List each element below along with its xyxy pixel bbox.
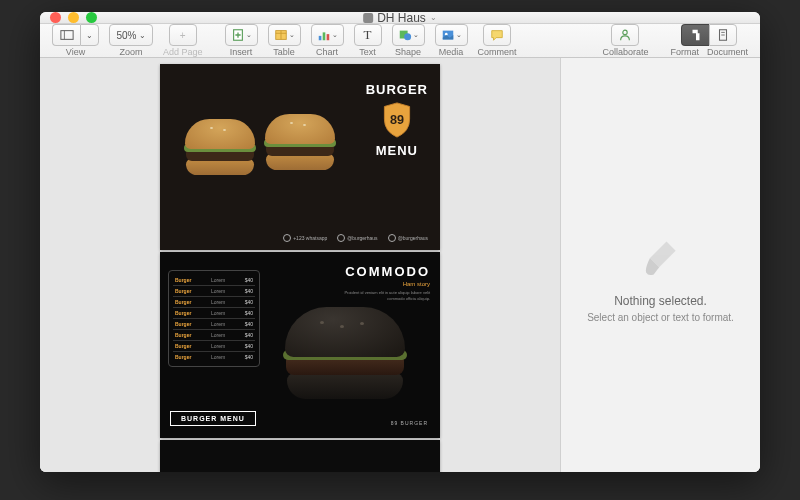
svg-rect-0	[60, 31, 72, 40]
page-2-brand: 89 BURGER	[391, 420, 428, 426]
svg-rect-9	[322, 32, 325, 40]
social-facebook: @burgerhaus	[388, 234, 428, 242]
content-area: BURGER 89 MENU +123 whatsapp @burgerhaus…	[40, 58, 760, 472]
document-label: Document	[707, 47, 748, 57]
document-pages: BURGER 89 MENU +123 whatsapp @burgerhaus…	[160, 64, 440, 472]
black-burger-illustration	[285, 307, 405, 407]
add-page-group: + Add Page	[159, 24, 207, 57]
page-1-title: BURGER	[366, 82, 428, 97]
document-button[interactable]	[709, 24, 737, 46]
chart-label: Chart	[316, 47, 338, 57]
table-row: BurgerLorem$40	[173, 275, 255, 286]
comment-label: Comment	[478, 47, 517, 57]
chart-button[interactable]: ⌄	[311, 24, 344, 46]
zoom-value: 50%	[116, 30, 136, 41]
collaborate-label: Collaborate	[602, 47, 648, 57]
table-row: BurgerLorem$40	[173, 297, 255, 308]
svg-point-12	[404, 33, 411, 40]
brush-icon	[639, 236, 683, 280]
text-button[interactable]: T	[354, 24, 382, 46]
view-group: ⌄ View	[48, 24, 103, 57]
menu-price-table: BurgerLorem$40BurgerLorem$40BurgerLorem$…	[168, 270, 260, 367]
page-2[interactable]: BurgerLorem$40BurgerLorem$40BurgerLorem$…	[160, 252, 440, 438]
minimize-window-button[interactable]	[68, 12, 79, 23]
shape-label: Shape	[395, 47, 421, 57]
view-button[interactable]	[52, 24, 80, 46]
inspector-heading: Nothing selected.	[614, 294, 707, 308]
zoom-label: Zoom	[119, 47, 142, 57]
table-row: BurgerLorem$40	[173, 286, 255, 297]
toolbar: ⌄ View 50%⌄ Zoom + Add Page ⌄Insert ⌄Tab…	[40, 24, 760, 58]
window-title: DH Haus ⌄	[363, 12, 437, 25]
format-doc-group: FormatDocument	[666, 24, 752, 57]
svg-text:89: 89	[390, 114, 404, 128]
media-label: Media	[439, 47, 464, 57]
inspector-subtext: Select an object or text to format.	[587, 312, 734, 323]
title-chevron-icon[interactable]: ⌄	[430, 13, 437, 22]
table-row: BurgerLorem$40	[173, 308, 255, 319]
burger-illustration-2	[265, 114, 335, 174]
table-label: Table	[273, 47, 295, 57]
document-icon	[363, 13, 373, 23]
page-2-heading-block: COMMODO Ham story Proident id veniam eli…	[340, 264, 430, 301]
canvas[interactable]: BURGER 89 MENU +123 whatsapp @burgerhaus…	[40, 58, 560, 472]
media-button[interactable]: ⌄	[435, 24, 468, 46]
page-1[interactable]: BURGER 89 MENU +123 whatsapp @burgerhaus…	[160, 64, 440, 250]
view-label: View	[66, 47, 85, 57]
hero-image	[170, 94, 340, 204]
window-title-text: DH Haus	[377, 12, 426, 25]
table-row: BurgerLorem$40	[173, 319, 255, 330]
social-whatsapp: +123 whatsapp	[283, 234, 327, 242]
insert-button[interactable]: ⌄	[225, 24, 258, 46]
svg-rect-8	[318, 36, 321, 40]
insert-label: Insert	[230, 47, 253, 57]
add-page-button[interactable]: +	[169, 24, 197, 46]
shape-button[interactable]: ⌄	[392, 24, 425, 46]
page-2-description: Proident id veniam elit in aute aliquip …	[340, 290, 430, 301]
app-window: DH Haus ⌄ ⌄ View 50%⌄ Zoom + Add Page ⌄I…	[40, 12, 760, 472]
titlebar: DH Haus ⌄	[40, 12, 760, 24]
zoom-select[interactable]: 50%⌄	[109, 24, 153, 46]
page-2-heading: COMMODO	[340, 264, 430, 279]
burger-illustration-1	[185, 119, 255, 179]
format-inspector: Nothing selected. Select an object or te…	[560, 58, 760, 472]
svg-point-15	[623, 30, 627, 34]
page-1-menu-text: MENU	[366, 143, 428, 158]
page-2-subtitle: Ham story	[340, 281, 430, 287]
page-1-footer: +123 whatsapp @burgerhaus @burgerhaus	[283, 234, 428, 242]
page-3[interactable]: COMMODO	[160, 440, 440, 472]
add-page-label: Add Page	[163, 47, 203, 57]
text-label: Text	[359, 47, 376, 57]
view-menu-button[interactable]: ⌄	[80, 24, 99, 46]
window-controls	[40, 12, 97, 23]
zoom-group: 50%⌄ Zoom	[105, 24, 157, 57]
burger-menu-button-graphic: BURGER MENU	[170, 411, 256, 426]
table-row: BurgerLorem$40	[173, 341, 255, 352]
format-button[interactable]	[681, 24, 709, 46]
social-instagram: @burgerhaus	[337, 234, 377, 242]
format-label: Format	[670, 47, 699, 57]
badge-shield-icon: 89	[379, 101, 415, 139]
table-row: BurgerLorem$40	[173, 352, 255, 362]
table-row: BurgerLorem$40	[173, 330, 255, 341]
svg-rect-10	[326, 34, 329, 40]
close-window-button[interactable]	[50, 12, 61, 23]
zoom-window-button[interactable]	[86, 12, 97, 23]
table-button[interactable]: ⌄	[268, 24, 301, 46]
comment-button[interactable]	[483, 24, 511, 46]
page-1-heading-block: BURGER 89 MENU	[366, 82, 428, 158]
collaborate-button[interactable]	[611, 24, 639, 46]
